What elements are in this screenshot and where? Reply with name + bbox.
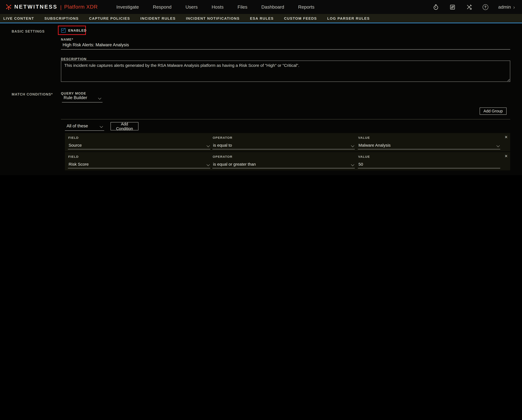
help-icon[interactable]: ? (483, 4, 488, 10)
tab-esa-rules[interactable]: ESA RULES (250, 16, 274, 20)
chevron-down-icon (351, 163, 354, 166)
condition-row: FIELD Source OPERATOR is equal to VALUE … (65, 133, 510, 151)
top-navigation-bar: NETWITNESS | Platform XDR Investigate Re… (0, 0, 522, 14)
tab-incident-notifications[interactable]: INCIDENT NOTIFICATIONS (186, 16, 240, 20)
condition-operator-value: is equal or greater than (213, 162, 256, 167)
value-column-label: VALUE (358, 136, 370, 139)
nav-investigate[interactable]: Investigate (116, 4, 139, 10)
value-column-label: VALUE (358, 155, 370, 158)
preferences-icon[interactable] (449, 4, 456, 10)
nav-hosts[interactable]: Hosts (212, 4, 223, 10)
timer-icon[interactable] (433, 4, 439, 10)
nav-users[interactable]: Users (185, 4, 198, 10)
condition-field-value: Risk Score (69, 162, 89, 167)
top-right-tools: ? admin › (433, 4, 522, 10)
condition-value-value: Malware Analysis (359, 143, 391, 148)
brand-divider: | (60, 4, 61, 10)
remove-condition-button[interactable]: × (505, 135, 507, 139)
netwitness-logo-icon (5, 4, 12, 10)
enabled-label: ENABLED (68, 28, 87, 32)
nav-respond[interactable]: Respond (153, 4, 172, 10)
condition-value-column: VALUE 50 (358, 152, 500, 170)
add-group-button[interactable]: Add Group (480, 107, 507, 115)
query-mode-value: Rule Builder (63, 95, 87, 100)
operator-column-label: OPERATOR (213, 136, 233, 139)
brand-product: Platform XDR (64, 4, 98, 10)
enabled-checkbox-highlight[interactable]: ENABLED (58, 26, 86, 35)
tab-custom-feeds[interactable]: CUSTOM FEEDS (284, 16, 317, 20)
tools-icon[interactable] (466, 4, 473, 10)
tab-capture-policies[interactable]: CAPTURE POLICIES (89, 16, 130, 20)
nav-files[interactable]: Files (238, 4, 247, 10)
brand-name: NETWITNESS (14, 4, 58, 10)
section-basic-settings: BASIC SETTINGS (12, 29, 45, 33)
condition-field-select[interactable]: Risk Score (68, 162, 210, 168)
condition-operator-select[interactable]: is equal to (212, 143, 355, 150)
description-field-wrap: This incident rule captures alerts gener… (61, 60, 510, 82)
chevron-down-icon (497, 144, 500, 147)
description-label: DESCRIPTION (61, 57, 86, 61)
incident-rule-form: BASIC SETTINGS ENABLED NAME* DESCRIPTION… (0, 23, 522, 175)
condition-value-value: 50 (359, 162, 363, 167)
section-match-conditions: MATCH CONDITIONS* (12, 92, 53, 96)
tab-live-content[interactable]: LIVE CONTENT (3, 16, 34, 20)
nav-reports[interactable]: Reports (298, 4, 315, 10)
query-mode-select[interactable]: Rule Builder (62, 94, 102, 102)
condition-operator-column: OPERATOR is equal to (212, 133, 355, 151)
condition-operator-column: OPERATOR is equal or greater than (212, 152, 355, 170)
field-column-label: FIELD (68, 136, 79, 139)
name-input[interactable] (61, 42, 510, 49)
group-logic-select[interactable]: All of these (65, 122, 104, 131)
condition-value-input[interactable]: 50 (358, 162, 500, 168)
chevron-down-icon (207, 163, 210, 166)
secondary-navigation-bar: LIVE CONTENT SUBSCRIPTIONS CAPTURE POLIC… (0, 14, 522, 23)
nav-dashboard[interactable]: Dashboard (261, 4, 284, 10)
group-logic-value: All of these (67, 123, 88, 128)
operator-column-label: OPERATOR (213, 155, 233, 158)
chevron-down-icon (98, 96, 101, 100)
condition-operator-select[interactable]: is equal or greater than (212, 162, 355, 168)
tab-log-parser-rules[interactable]: LOG PARSER RULES (327, 16, 370, 20)
tab-incident-rules[interactable]: INCIDENT RULES (140, 16, 176, 20)
condition-field-value: Source (69, 143, 82, 148)
conditions-divider (61, 119, 510, 119)
admin-menu[interactable]: admin › (498, 4, 515, 10)
tab-subscriptions[interactable]: SUBSCRIPTIONS (44, 16, 79, 20)
field-column-label: FIELD (68, 155, 79, 158)
admin-chevron-icon: › (513, 4, 515, 10)
admin-username: admin (498, 4, 511, 10)
condition-field-select[interactable]: Source (68, 143, 210, 150)
add-condition-button[interactable]: Add Condition (111, 122, 138, 130)
chevron-down-icon (100, 125, 103, 128)
condition-row: FIELD Risk Score OPERATOR is equal or gr… (65, 152, 510, 170)
condition-value-column: VALUE Malware Analysis (358, 133, 500, 151)
help-glyph: ? (484, 5, 486, 9)
enabled-checkbox[interactable] (61, 28, 66, 32)
name-label: NAME* (61, 38, 73, 41)
condition-value-select[interactable]: Malware Analysis (358, 143, 500, 150)
condition-field-column: FIELD Source (68, 133, 210, 151)
netwitness-incident-rule-page: NETWITNESS | Platform XDR Investigate Re… (0, 0, 522, 175)
main-menu: Investigate Respond Users Hosts Files Da… (116, 4, 315, 10)
condition-operator-value: is equal to (213, 143, 232, 148)
chevron-down-icon (351, 144, 354, 147)
name-field-wrap (61, 42, 510, 50)
condition-field-column: FIELD Risk Score (68, 152, 210, 170)
description-textarea[interactable]: This incident rule captures alerts gener… (61, 60, 510, 82)
chevron-down-icon (207, 144, 210, 147)
remove-condition-button[interactable]: × (505, 153, 507, 158)
netwitness-brand[interactable]: NETWITNESS | Platform XDR (0, 4, 98, 10)
